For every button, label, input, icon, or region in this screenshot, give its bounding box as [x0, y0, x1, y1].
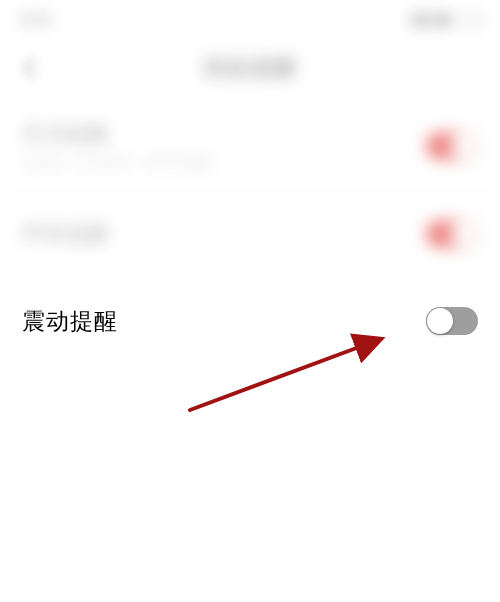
row-vibration-notifications: 震动提醒	[0, 278, 500, 364]
divider	[0, 364, 500, 365]
settings-list: 开启提醒 关闭后，任何全部、评论不提醒 声音提醒 震动提醒	[0, 96, 500, 365]
toggle-sound-notifications[interactable]	[426, 220, 478, 248]
battery-icon	[456, 13, 480, 27]
toggle-knob	[427, 308, 453, 334]
signal-icon	[412, 14, 428, 26]
row-title: 开启提醒	[22, 120, 211, 148]
nav-bar: 消息提醒	[0, 40, 500, 96]
toggle-vibration-notifications[interactable]	[426, 307, 478, 335]
row-subtitle: 关闭后，任何全部、评论不提醒	[22, 154, 211, 172]
status-right-icons	[412, 13, 480, 27]
row-title: 震动提醒	[22, 306, 118, 337]
status-bar: 9:41	[0, 0, 500, 40]
toggle-knob	[451, 133, 477, 159]
status-time: 9:41	[20, 11, 52, 29]
row-title: 声音提醒	[22, 220, 110, 248]
row-sound-notifications: 声音提醒	[0, 191, 500, 277]
toggle-enable-notifications[interactable]	[426, 132, 478, 160]
page-title: 消息提醒	[0, 53, 500, 83]
wifi-icon	[434, 14, 450, 26]
row-enable-notifications: 开启提醒 关闭后，任何全部、评论不提醒	[0, 102, 500, 190]
toggle-knob	[451, 221, 477, 247]
